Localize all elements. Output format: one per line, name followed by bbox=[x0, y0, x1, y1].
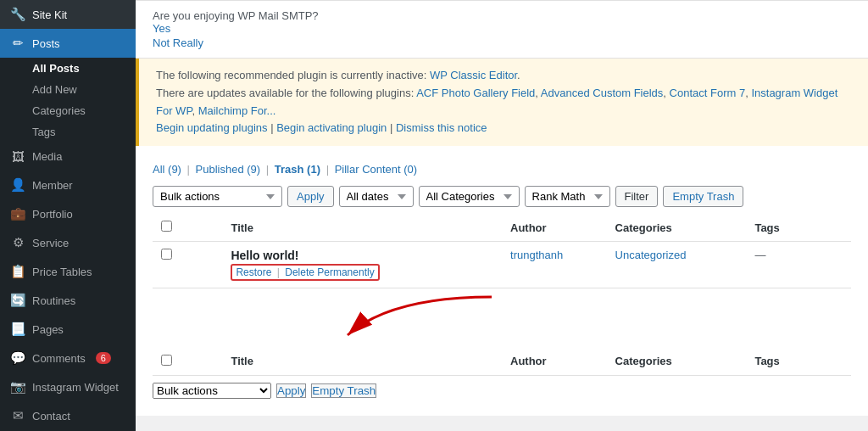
sidebar-item-label: Price Tables bbox=[32, 266, 92, 278]
update-plugin-acf[interactable]: Advanced Custom Fields bbox=[541, 87, 664, 99]
delete-permanently-link[interactable]: Delete Permanently bbox=[285, 266, 374, 278]
footer-title-header: Title bbox=[222, 348, 502, 376]
select-all-checkbox-container bbox=[153, 214, 222, 242]
apply-button-bottom[interactable]: Apply bbox=[276, 383, 306, 398]
main-content: Are you enjoying WP Mail SMTP? Yes Not R… bbox=[136, 0, 868, 431]
filter-pillar-content[interactable]: Pillar Content (0) bbox=[335, 163, 418, 176]
sidebar-item-label: Service bbox=[32, 237, 69, 249]
sidebar-sub-all-posts[interactable]: All Posts bbox=[0, 58, 136, 79]
inactive-plugin-link[interactable]: WP Classic Editor bbox=[430, 69, 517, 81]
sidebar-item-portfolio[interactable]: 💼 Portfolio bbox=[0, 199, 136, 228]
sidebar-item-label: Pages bbox=[32, 323, 64, 336]
row-category-cell: Uncategorized bbox=[607, 242, 747, 288]
tags-value: — bbox=[754, 249, 765, 261]
sidebar-item-label: Member bbox=[32, 179, 73, 192]
row-checkbox-cell bbox=[153, 242, 222, 288]
category-link[interactable]: Uncategorized bbox=[615, 249, 687, 261]
begin-activating-link[interactable]: Begin activating plugin bbox=[276, 121, 387, 134]
sidebar-item-comments[interactable]: 💬 Comments 6 bbox=[0, 344, 136, 372]
post-title-link[interactable]: Hello world! bbox=[231, 249, 493, 262]
sidebar-item-service[interactable]: ⚙ Service bbox=[0, 228, 136, 257]
sidebar-item-posts[interactable]: ✏ Posts bbox=[0, 29, 136, 58]
service-icon: ⚙ bbox=[10, 235, 25, 250]
all-dates-select[interactable]: All dates bbox=[339, 186, 414, 207]
footer-categories-header: Categories bbox=[607, 348, 747, 376]
update-plugin-mailchimp[interactable]: Mailchimp For... bbox=[198, 104, 276, 117]
posts-submenu: All Posts Add New Categories Tags bbox=[0, 58, 136, 143]
footer-tags-header: Tags bbox=[746, 348, 851, 376]
sidebar-sub-tags[interactable]: Tags bbox=[0, 121, 136, 143]
restore-link[interactable]: Restore bbox=[236, 266, 271, 278]
posts-icon: ✏ bbox=[10, 36, 25, 51]
row-title-cell: Hello world! Restore | Delete Permanentl… bbox=[222, 242, 502, 288]
sidebar-item-instagram-widget[interactable]: 📷 Instagram Widget bbox=[0, 372, 136, 401]
sidebar-item-site-kit[interactable]: 🔧 Site Kit bbox=[0, 0, 136, 29]
row-checkbox[interactable] bbox=[161, 249, 172, 260]
all-categories-select[interactable]: All Categories bbox=[419, 186, 520, 207]
author-link[interactable]: trungthanh bbox=[510, 249, 563, 261]
portfolio-icon: 💼 bbox=[10, 206, 25, 221]
action-box: Restore | Delete Permanently bbox=[231, 264, 379, 281]
post-actions: Restore | Delete Permanently bbox=[231, 264, 493, 281]
posts-content: All (9) | Published (9) | Trash (1) | Pi… bbox=[136, 146, 868, 416]
table-footer-row: Title Author Categories Tags bbox=[153, 348, 851, 376]
bulk-actions-select-bottom[interactable]: Bulk actions Restore Delete Permanently bbox=[153, 383, 271, 399]
comments-icon: 💬 bbox=[10, 350, 25, 366]
bottom-toolbar: Bulk actions Restore Delete Permanently … bbox=[153, 383, 851, 399]
filter-published[interactable]: Published (9) bbox=[196, 163, 261, 176]
wp-mail-notice: Are you enjoying WP Mail SMTP? Yes Not R… bbox=[136, 0, 868, 59]
filter-trash[interactable]: Trash (1) bbox=[275, 163, 320, 176]
update-plugin-cf7[interactable]: Contact Form 7 bbox=[670, 87, 746, 99]
inactive-plugin-line: The following recommended plugin is curr… bbox=[156, 67, 851, 85]
site-kit-icon: 🔧 bbox=[10, 7, 25, 22]
filter-links: All (9) | Published (9) | Trash (1) | Pi… bbox=[153, 163, 851, 176]
top-toolbar: Bulk actions Restore Delete Permanently … bbox=[153, 186, 851, 207]
sidebar-item-label: Contact bbox=[32, 410, 70, 423]
sidebar-item-price-tables[interactable]: 📋 Price Tables bbox=[0, 257, 136, 286]
footer-select-all-checkbox[interactable] bbox=[161, 355, 172, 366]
sidebar-sub-add-new[interactable]: Add New bbox=[0, 79, 136, 100]
plugin-actions: Begin updating plugins | Begin activatin… bbox=[156, 120, 851, 137]
sidebar-item-label: Instagram Widget bbox=[32, 381, 119, 394]
price-tables-icon: 📋 bbox=[10, 264, 25, 279]
sidebar-sub-categories[interactable]: Categories bbox=[0, 100, 136, 121]
instagram-icon: 📷 bbox=[10, 379, 25, 395]
plugin-notice: The following recommended plugin is curr… bbox=[136, 59, 868, 146]
title-header: Title bbox=[222, 214, 502, 242]
sidebar-item-label: Portfolio bbox=[32, 208, 73, 221]
filter-button[interactable]: Filter bbox=[615, 186, 659, 207]
comments-badge: 6 bbox=[96, 352, 111, 364]
footer-author-header: Author bbox=[502, 348, 607, 376]
media-icon: 🖼 bbox=[10, 149, 25, 164]
sidebar-item-label: Comments bbox=[32, 352, 86, 365]
sidebar-item-label: Routines bbox=[32, 294, 75, 307]
filter-all[interactable]: All (9) bbox=[153, 163, 181, 176]
table-header-row: Title Author Categories Tags bbox=[153, 214, 851, 242]
empty-trash-button-top[interactable]: Empty Trash bbox=[663, 186, 743, 207]
bulk-actions-select-top[interactable]: Bulk actions Restore Delete Permanently bbox=[153, 186, 282, 207]
wp-mail-not-really-link[interactable]: Not Really bbox=[153, 36, 203, 49]
sidebar-item-label: Posts bbox=[32, 37, 60, 50]
wp-mail-yes-link[interactable]: Yes bbox=[153, 22, 851, 35]
arrow-cell bbox=[153, 288, 851, 348]
wp-mail-question: Are you enjoying WP Mail SMTP? bbox=[153, 9, 851, 22]
pages-icon: 📃 bbox=[10, 322, 25, 337]
sidebar-item-member[interactable]: 👤 Member bbox=[0, 171, 136, 199]
rank-math-select[interactable]: Rank Math bbox=[525, 186, 610, 207]
row-author-cell: trungthanh bbox=[502, 242, 607, 288]
update-plugin-acf-gallery[interactable]: ACF Photo Gallery Field bbox=[416, 87, 535, 99]
categories-header: Categories bbox=[607, 214, 747, 242]
sidebar-item-routines[interactable]: 🔄 Routines bbox=[0, 286, 136, 315]
sidebar-item-pages[interactable]: 📃 Pages bbox=[0, 315, 136, 344]
sidebar-item-media[interactable]: 🖼 Media bbox=[0, 143, 136, 171]
table-row: Hello world! Restore | Delete Permanentl… bbox=[153, 242, 851, 288]
empty-trash-button-bottom[interactable]: Empty Trash bbox=[311, 383, 376, 398]
dismiss-notice-link[interactable]: Dismiss this notice bbox=[396, 121, 487, 134]
apply-button-top[interactable]: Apply bbox=[287, 186, 334, 207]
begin-updating-link[interactable]: Begin updating plugins bbox=[156, 121, 268, 134]
sidebar-item-label: Media bbox=[32, 150, 62, 163]
sidebar-item-contact[interactable]: ✉ Contact bbox=[0, 401, 136, 430]
footer-check-container bbox=[153, 348, 222, 376]
row-tags-cell: — bbox=[746, 242, 851, 288]
select-all-checkbox[interactable] bbox=[161, 221, 172, 232]
